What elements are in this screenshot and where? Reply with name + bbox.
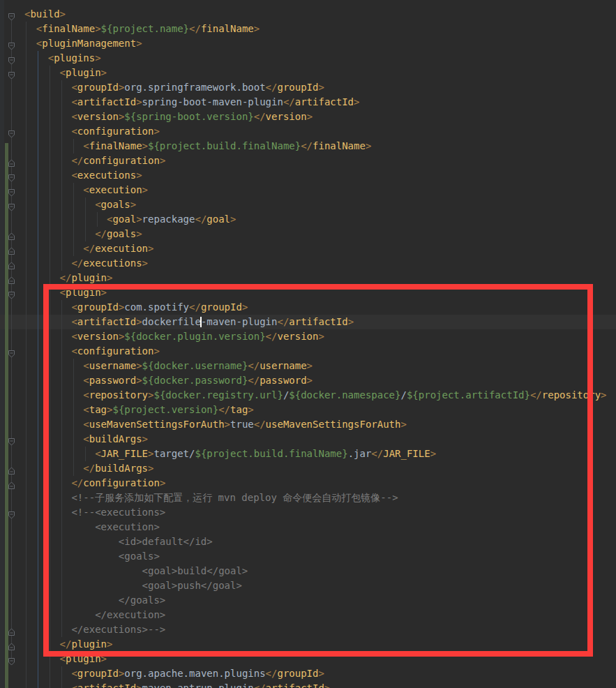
xml-tag-bracket: > <box>136 682 142 688</box>
xml-text: repackage <box>142 214 195 225</box>
property-reference: ${project.name} <box>101 23 189 34</box>
xml-text: maven-antrun-plugin <box>142 682 254 688</box>
code-line[interactable]: <version>${spring-boot.version}</version… <box>24 110 313 124</box>
fold-marker-region-end-icon[interactable] <box>8 274 15 283</box>
xml-tag-name: execution <box>95 243 148 254</box>
vcs-change-bar[interactable] <box>5 143 8 688</box>
xml-tag-name: artifactId <box>77 682 136 688</box>
xml-tag-name: finalName <box>89 140 142 151</box>
xml-tag-name: build <box>30 8 59 20</box>
property-reference: ${spring-boot.version} <box>124 111 253 122</box>
xml-tag-bracket: < <box>24 184 89 195</box>
xml-tag-name: groupId <box>77 82 119 93</box>
code-line[interactable]: <plugins> <box>24 51 101 66</box>
fold-marker-region-start-icon[interactable] <box>8 435 15 444</box>
xml-text: spring-boot-maven-plugin <box>142 96 283 107</box>
fold-marker-region-start-icon[interactable] <box>8 128 15 136</box>
xml-tag-bracket: </ <box>24 272 71 283</box>
fold-marker-region-start-icon[interactable] <box>8 172 15 180</box>
code-line[interactable]: <goals> <box>24 197 136 212</box>
fold-marker-region-end-icon[interactable] <box>8 245 15 253</box>
code-line[interactable]: <artifactId>maven-antrun-plugin</artifac… <box>24 681 330 688</box>
xml-tag-name: artifactId <box>295 96 354 107</box>
xml-tag-name: finalName <box>201 23 254 34</box>
xml-tag-bracket: </ <box>24 228 107 239</box>
xml-tag-name: goals <box>101 199 130 210</box>
code-line[interactable]: <finalName>${project.name}</finalName> <box>24 22 260 36</box>
code-line[interactable]: </goals> <box>24 227 142 241</box>
fold-marker-region-end-icon[interactable] <box>8 641 15 649</box>
code-line[interactable]: </plugin> <box>24 271 112 285</box>
xml-tag-bracket: < <box>24 126 77 137</box>
xml-tag-name: goal <box>206 214 230 225</box>
fold-marker-region-start-icon[interactable] <box>8 347 15 356</box>
code-line[interactable]: <pluginManagement> <box>24 36 142 51</box>
fold-marker-region-end-icon[interactable] <box>8 626 15 634</box>
xml-tag-name: plugin <box>66 67 101 78</box>
xml-tag-bracket: > <box>324 682 330 688</box>
fold-marker-region-end-icon[interactable] <box>8 260 15 268</box>
xml-tag-bracket: < <box>24 52 54 63</box>
code-line[interactable]: <build> <box>24 7 66 22</box>
xml-tag-bracket: > <box>318 668 324 679</box>
xml-tag-bracket: < <box>24 96 77 107</box>
code-line[interactable]: <groupId>org.apache.maven.plugins</group… <box>24 666 324 681</box>
xml-tag-bracket: > <box>101 67 107 78</box>
fold-marker-region-end-icon[interactable] <box>8 465 15 473</box>
xml-tag-bracket: < <box>24 140 89 151</box>
fold-marker-region-start-icon[interactable] <box>8 509 15 517</box>
xml-tag-name: goal <box>112 214 136 225</box>
xml-text: org.apache.maven.plugins <box>124 668 265 679</box>
xml-tag-name: executions <box>77 170 136 181</box>
xml-tag-bracket: > <box>136 228 142 239</box>
xml-tag-bracket: > <box>95 23 100 34</box>
xml-tag-bracket: > <box>318 82 324 93</box>
xml-text: org.springframework.boot <box>124 82 265 93</box>
fold-marker-region-end-icon[interactable] <box>8 479 15 488</box>
code-line[interactable]: <finalName>${project.build.finalName}</f… <box>24 139 371 154</box>
fold-marker-region-start-icon[interactable] <box>8 655 15 664</box>
code-line[interactable]: <configuration> <box>24 124 160 139</box>
xml-tag-name: version <box>266 111 307 122</box>
xml-tag-bracket: > <box>142 257 148 269</box>
xml-tag-bracket: > <box>307 111 313 122</box>
fold-marker-region-end-icon[interactable] <box>8 230 15 239</box>
xml-tag-name: configuration <box>83 155 160 166</box>
code-line[interactable]: <executions> <box>24 168 142 183</box>
xml-tag-bracket: </ <box>189 23 201 34</box>
xml-tag-bracket: </ <box>254 682 266 688</box>
xml-tag-bracket: > <box>160 155 165 166</box>
code-line[interactable]: <goal>repackage</goal> <box>24 212 236 227</box>
code-line[interactable]: <artifactId>spring-boot-maven-plugin</ar… <box>24 95 359 110</box>
xml-tag-bracket: </ <box>266 668 278 679</box>
xml-tag-bracket: </ <box>24 243 95 254</box>
fold-marker-region-start-icon[interactable] <box>8 289 15 297</box>
xml-tag-name: goals <box>107 228 136 239</box>
fold-marker-region-start-icon[interactable] <box>8 69 15 77</box>
code-line[interactable]: </execution> <box>24 241 153 256</box>
code-line[interactable]: </configuration> <box>24 154 165 168</box>
fold-marker-region-start-icon[interactable] <box>8 201 15 209</box>
xml-tag-bracket: > <box>95 52 100 63</box>
xml-tag-bracket: > <box>107 272 112 283</box>
xml-tag-bracket: > <box>230 214 236 225</box>
xml-tag-bracket: </ <box>266 82 278 93</box>
code-line[interactable]: <plugin> <box>24 66 107 80</box>
xml-tag-bracket: </ <box>254 111 266 122</box>
fold-marker-region-start-icon[interactable] <box>8 10 15 19</box>
xml-tag-bracket: > <box>254 23 260 34</box>
xml-tag-name: plugins <box>54 52 95 63</box>
xml-tag-bracket: > <box>130 199 136 210</box>
code-line[interactable]: <execution> <box>24 183 148 197</box>
code-line[interactable]: <groupId>org.springframework.boot</group… <box>24 80 324 95</box>
fold-marker-region-end-icon[interactable] <box>8 157 15 165</box>
xml-tag-bracket: < <box>24 67 66 78</box>
fold-marker-region-start-icon[interactable] <box>8 186 15 195</box>
code-line[interactable]: </executions> <box>24 256 148 271</box>
xml-tag-bracket: > <box>136 96 142 107</box>
fold-marker-region-start-icon[interactable] <box>8 40 15 48</box>
xml-tag-name: pluginManagement <box>42 38 136 49</box>
xml-tag-bracket: </ <box>195 214 206 225</box>
code-editor[interactable]: <build> <finalName>${project.name}</fina… <box>0 0 616 688</box>
fold-marker-region-start-icon[interactable] <box>8 54 15 63</box>
